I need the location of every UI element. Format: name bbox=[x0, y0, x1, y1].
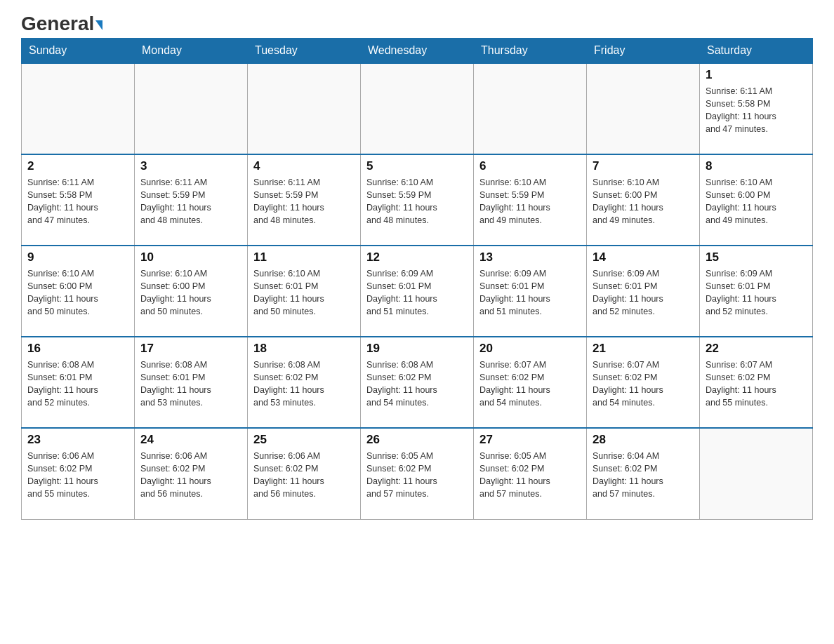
day-info: Sunrise: 6:05 AM Sunset: 6:02 PM Dayligh… bbox=[366, 450, 468, 501]
day-info: Sunrise: 6:10 AM Sunset: 5:59 PM Dayligh… bbox=[479, 176, 581, 227]
weekday-header-row: SundayMondayTuesdayWednesdayThursdayFrid… bbox=[22, 39, 813, 64]
day-number: 22 bbox=[706, 342, 807, 356]
week-row-3: 9Sunrise: 6:10 AM Sunset: 6:00 PM Daylig… bbox=[22, 246, 813, 337]
weekday-header-sunday: Sunday bbox=[22, 39, 135, 64]
weekday-header-monday: Monday bbox=[135, 39, 248, 64]
weekday-header-friday: Friday bbox=[587, 39, 700, 64]
calendar-cell: 26Sunrise: 6:05 AM Sunset: 6:02 PM Dayli… bbox=[361, 428, 474, 519]
calendar-cell: 4Sunrise: 6:11 AM Sunset: 5:59 PM Daylig… bbox=[248, 154, 361, 246]
day-info: Sunrise: 6:09 AM Sunset: 6:01 PM Dayligh… bbox=[366, 267, 468, 318]
calendar-cell: 6Sunrise: 6:10 AM Sunset: 5:59 PM Daylig… bbox=[474, 154, 587, 246]
day-info: Sunrise: 6:09 AM Sunset: 6:01 PM Dayligh… bbox=[593, 267, 694, 318]
week-row-5: 23Sunrise: 6:06 AM Sunset: 6:02 PM Dayli… bbox=[22, 428, 813, 519]
day-number: 18 bbox=[253, 342, 355, 356]
calendar-cell: 24Sunrise: 6:06 AM Sunset: 6:02 PM Dayli… bbox=[135, 428, 248, 519]
day-number: 28 bbox=[593, 433, 694, 447]
day-info: Sunrise: 6:06 AM Sunset: 6:02 PM Dayligh… bbox=[27, 450, 128, 501]
week-row-1: 1Sunrise: 6:11 AM Sunset: 5:58 PM Daylig… bbox=[22, 63, 813, 154]
day-info: Sunrise: 6:10 AM Sunset: 5:59 PM Dayligh… bbox=[366, 176, 468, 227]
day-info: Sunrise: 6:10 AM Sunset: 6:01 PM Dayligh… bbox=[253, 267, 355, 318]
day-number: 25 bbox=[253, 433, 355, 447]
day-number: 12 bbox=[366, 250, 468, 264]
calendar-cell: 20Sunrise: 6:07 AM Sunset: 6:02 PM Dayli… bbox=[474, 337, 587, 428]
day-info: Sunrise: 6:10 AM Sunset: 6:00 PM Dayligh… bbox=[593, 176, 694, 227]
day-number: 2 bbox=[27, 159, 128, 173]
day-number: 17 bbox=[140, 342, 241, 356]
calendar-cell: 22Sunrise: 6:07 AM Sunset: 6:02 PM Dayli… bbox=[700, 337, 813, 428]
calendar-cell: 23Sunrise: 6:06 AM Sunset: 6:02 PM Dayli… bbox=[22, 428, 135, 519]
calendar-cell: 19Sunrise: 6:08 AM Sunset: 6:02 PM Dayli… bbox=[361, 337, 474, 428]
day-info: Sunrise: 6:08 AM Sunset: 6:01 PM Dayligh… bbox=[27, 358, 128, 410]
day-number: 14 bbox=[593, 250, 694, 264]
calendar-cell: 10Sunrise: 6:10 AM Sunset: 6:00 PM Dayli… bbox=[135, 246, 248, 337]
calendar-cell: 13Sunrise: 6:09 AM Sunset: 6:01 PM Dayli… bbox=[474, 246, 587, 337]
day-info: Sunrise: 6:10 AM Sunset: 6:00 PM Dayligh… bbox=[140, 267, 241, 318]
calendar-cell: 1Sunrise: 6:11 AM Sunset: 5:58 PM Daylig… bbox=[700, 63, 813, 154]
day-number: 26 bbox=[366, 433, 468, 447]
day-number: 15 bbox=[706, 250, 807, 264]
day-info: Sunrise: 6:06 AM Sunset: 6:02 PM Dayligh… bbox=[140, 450, 241, 501]
calendar-cell bbox=[361, 63, 474, 154]
day-number: 24 bbox=[140, 433, 241, 447]
day-number: 23 bbox=[27, 433, 128, 447]
calendar-cell bbox=[587, 63, 700, 154]
day-number: 16 bbox=[27, 342, 128, 356]
day-info: Sunrise: 6:07 AM Sunset: 6:02 PM Dayligh… bbox=[479, 358, 581, 410]
day-number: 1 bbox=[706, 68, 807, 82]
weekday-header-wednesday: Wednesday bbox=[361, 39, 474, 64]
day-info: Sunrise: 6:08 AM Sunset: 6:01 PM Dayligh… bbox=[140, 358, 241, 410]
weekday-header-tuesday: Tuesday bbox=[248, 39, 361, 64]
day-info: Sunrise: 6:10 AM Sunset: 6:00 PM Dayligh… bbox=[706, 176, 807, 227]
day-number: 20 bbox=[479, 342, 581, 356]
day-info: Sunrise: 6:07 AM Sunset: 6:02 PM Dayligh… bbox=[593, 358, 694, 410]
day-info: Sunrise: 6:11 AM Sunset: 5:58 PM Dayligh… bbox=[706, 85, 807, 136]
day-number: 19 bbox=[366, 342, 468, 356]
calendar-cell: 7Sunrise: 6:10 AM Sunset: 6:00 PM Daylig… bbox=[587, 154, 700, 246]
logo-general: General bbox=[21, 14, 102, 34]
calendar-cell: 17Sunrise: 6:08 AM Sunset: 6:01 PM Dayli… bbox=[135, 337, 248, 428]
day-number: 3 bbox=[140, 159, 241, 173]
calendar-cell: 2Sunrise: 6:11 AM Sunset: 5:58 PM Daylig… bbox=[22, 154, 135, 246]
day-number: 5 bbox=[366, 159, 468, 173]
calendar-cell: 28Sunrise: 6:04 AM Sunset: 6:02 PM Dayli… bbox=[587, 428, 700, 519]
calendar-cell: 5Sunrise: 6:10 AM Sunset: 5:59 PM Daylig… bbox=[361, 154, 474, 246]
day-info: Sunrise: 6:09 AM Sunset: 6:01 PM Dayligh… bbox=[706, 267, 807, 318]
day-number: 6 bbox=[479, 159, 581, 173]
calendar-cell: 18Sunrise: 6:08 AM Sunset: 6:02 PM Dayli… bbox=[248, 337, 361, 428]
day-info: Sunrise: 6:10 AM Sunset: 6:00 PM Dayligh… bbox=[27, 267, 128, 318]
weekday-header-thursday: Thursday bbox=[474, 39, 587, 64]
calendar-cell bbox=[248, 63, 361, 154]
calendar-cell: 14Sunrise: 6:09 AM Sunset: 6:01 PM Dayli… bbox=[587, 246, 700, 337]
day-number: 7 bbox=[593, 159, 694, 173]
calendar-cell: 11Sunrise: 6:10 AM Sunset: 6:01 PM Dayli… bbox=[248, 246, 361, 337]
calendar-cell bbox=[700, 428, 813, 519]
day-info: Sunrise: 6:06 AM Sunset: 6:02 PM Dayligh… bbox=[253, 450, 355, 501]
calendar-cell: 8Sunrise: 6:10 AM Sunset: 6:00 PM Daylig… bbox=[700, 154, 813, 246]
calendar-cell: 27Sunrise: 6:05 AM Sunset: 6:02 PM Dayli… bbox=[474, 428, 587, 519]
calendar-cell bbox=[135, 63, 248, 154]
day-info: Sunrise: 6:08 AM Sunset: 6:02 PM Dayligh… bbox=[366, 358, 468, 410]
day-number: 11 bbox=[253, 250, 355, 264]
calendar-table: SundayMondayTuesdayWednesdayThursdayFrid… bbox=[21, 38, 813, 520]
weekday-header-saturday: Saturday bbox=[700, 39, 813, 64]
calendar-cell: 15Sunrise: 6:09 AM Sunset: 6:01 PM Dayli… bbox=[700, 246, 813, 337]
week-row-4: 16Sunrise: 6:08 AM Sunset: 6:01 PM Dayli… bbox=[22, 337, 813, 428]
calendar-cell: 16Sunrise: 6:08 AM Sunset: 6:01 PM Dayli… bbox=[22, 337, 135, 428]
day-info: Sunrise: 6:08 AM Sunset: 6:02 PM Dayligh… bbox=[253, 358, 355, 410]
day-info: Sunrise: 6:09 AM Sunset: 6:01 PM Dayligh… bbox=[479, 267, 581, 318]
day-number: 21 bbox=[593, 342, 694, 356]
day-info: Sunrise: 6:11 AM Sunset: 5:58 PM Dayligh… bbox=[27, 176, 128, 227]
day-number: 13 bbox=[479, 250, 581, 264]
day-info: Sunrise: 6:04 AM Sunset: 6:02 PM Dayligh… bbox=[593, 450, 694, 501]
calendar-cell: 12Sunrise: 6:09 AM Sunset: 6:01 PM Dayli… bbox=[361, 246, 474, 337]
day-number: 9 bbox=[27, 250, 128, 264]
calendar-cell: 21Sunrise: 6:07 AM Sunset: 6:02 PM Dayli… bbox=[587, 337, 700, 428]
page-header: General bbox=[21, 14, 813, 31]
calendar-cell: 25Sunrise: 6:06 AM Sunset: 6:02 PM Dayli… bbox=[248, 428, 361, 519]
calendar-cell: 3Sunrise: 6:11 AM Sunset: 5:59 PM Daylig… bbox=[135, 154, 248, 246]
day-number: 4 bbox=[253, 159, 355, 173]
day-info: Sunrise: 6:07 AM Sunset: 6:02 PM Dayligh… bbox=[706, 358, 807, 410]
calendar-cell bbox=[22, 63, 135, 154]
calendar-cell: 9Sunrise: 6:10 AM Sunset: 6:00 PM Daylig… bbox=[22, 246, 135, 337]
week-row-2: 2Sunrise: 6:11 AM Sunset: 5:58 PM Daylig… bbox=[22, 154, 813, 246]
